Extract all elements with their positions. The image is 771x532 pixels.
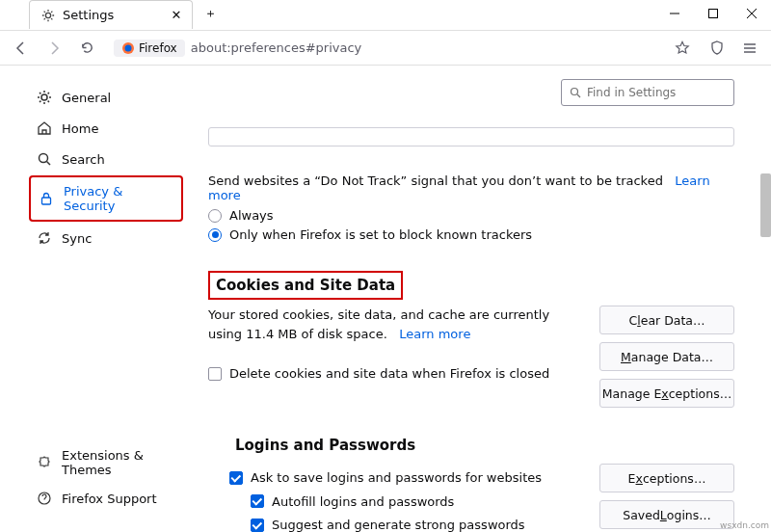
menu-button[interactable] [736, 35, 763, 62]
sidebar-item-label: Extensions & Themes [62, 448, 175, 477]
sidebar-item-general[interactable]: General [29, 83, 183, 112]
checkbox-label: Ask to save logins and passwords for web… [251, 468, 542, 488]
svg-line-16 [577, 94, 580, 97]
tab-title: Settings [63, 8, 114, 22]
svg-point-11 [40, 154, 48, 163]
url-text: about:preferences#privacy [191, 40, 362, 55]
tab-strip: Settings ✕ ＋ [0, 0, 771, 31]
watermark: wsxdn.com [720, 520, 769, 530]
sync-icon [37, 230, 52, 246]
suggest-passwords-checkbox[interactable]: Suggest and generate strong passwords [251, 516, 571, 532]
sidebar-extensions[interactable]: Extensions & Themes [29, 441, 183, 484]
cookies-description: Your stored cookies, site data, and cach… [208, 307, 549, 341]
close-window-button[interactable] [732, 0, 771, 27]
help-icon [37, 491, 52, 506]
ask-save-logins-checkbox[interactable]: Ask to save logins and passwords for web… [229, 468, 571, 488]
manage-exceptions-button[interactable]: Manage Exceptions… [599, 379, 734, 408]
reload-button[interactable] [73, 35, 100, 62]
svg-point-6 [125, 44, 132, 51]
saved-logins-button[interactable]: Saved Logins… [599, 500, 734, 529]
gear-icon [41, 9, 55, 22]
cookies-learn-more-link[interactable]: Learn more [399, 327, 470, 341]
checkbox-label: Suggest and generate strong passwords [272, 516, 525, 532]
sidebar-item-label: Privacy & Security [64, 184, 173, 213]
minimize-button[interactable] [655, 0, 694, 27]
svg-point-15 [572, 89, 578, 95]
sidebar-item-privacy[interactable]: Privacy & Security [29, 175, 183, 222]
autofill-logins-checkbox[interactable]: Autofill logins and passwords [251, 492, 571, 512]
sidebar-item-search[interactable]: Search [29, 145, 183, 173]
checkbox-icon [251, 494, 264, 508]
lock-icon [39, 191, 54, 206]
radio-icon [208, 228, 222, 242]
dnt-always-radio[interactable]: Always [208, 208, 734, 223]
maximize-button[interactable] [694, 0, 732, 27]
checkbox-label: Delete cookies and site data when Firefo… [229, 364, 549, 384]
svg-line-12 [47, 162, 51, 166]
sidebar-item-label: Firefox Support [62, 492, 157, 506]
gear-icon [37, 90, 52, 105]
toolbar: Firefox about:preferences#privacy [0, 31, 771, 66]
search-icon [37, 151, 52, 167]
text-input[interactable] [208, 127, 734, 146]
delete-on-close-checkbox[interactable]: Delete cookies and site data when Firefo… [208, 364, 571, 384]
logins-exceptions-button[interactable]: Exceptions… [599, 464, 734, 492]
scrollbar-thumb[interactable] [760, 173, 771, 237]
svg-rect-13 [42, 198, 51, 204]
sidebar-item-sync[interactable]: Sync [29, 224, 183, 253]
sidebar-item-home[interactable]: Home [29, 114, 183, 143]
shield-icon[interactable] [704, 35, 731, 62]
search-placeholder: Find in Settings [587, 86, 676, 99]
tab-settings[interactable]: Settings ✕ [29, 0, 193, 29]
sidebar-item-label: General [62, 91, 111, 105]
svg-rect-2 [709, 10, 718, 18]
bookmark-star-icon[interactable] [675, 40, 690, 56]
settings-sidebar: General Home Search Privacy & Security S… [0, 66, 193, 532]
radio-label: Always [229, 208, 274, 223]
sidebar-support[interactable]: Firefox Support [29, 484, 183, 513]
url-pill-label: Firefox [139, 41, 177, 55]
checkbox-label: Autofill logins and passwords [272, 492, 454, 512]
main-panel: Find in Settings Send websites a “Do Not… [193, 66, 771, 532]
url-bar[interactable]: Firefox about:preferences#privacy [114, 35, 690, 62]
sidebar-item-label: Sync [62, 231, 92, 246]
close-tab-icon[interactable]: ✕ [169, 8, 184, 22]
puzzle-icon [37, 455, 52, 470]
logins-section-title: Logins and Passwords [229, 433, 421, 458]
radio-icon [208, 209, 222, 223]
checkbox-icon [251, 519, 264, 532]
svg-point-10 [41, 94, 47, 100]
checkbox-icon [229, 471, 243, 485]
content-area: General Home Search Privacy & Security S… [0, 66, 771, 532]
svg-point-0 [45, 13, 50, 17]
clear-data-button[interactable]: Clear Data… [599, 306, 734, 334]
back-button[interactable] [8, 35, 35, 62]
search-icon [570, 87, 581, 98]
sidebar-item-label: Home [62, 121, 98, 136]
find-in-settings-input[interactable]: Find in Settings [561, 79, 734, 106]
home-icon [37, 120, 52, 136]
new-tab-button[interactable]: ＋ [197, 0, 224, 27]
firefox-pill: Firefox [114, 40, 185, 57]
firefox-icon [121, 41, 135, 55]
manage-data-button[interactable]: Manage Data… [599, 342, 734, 371]
sidebar-item-label: Search [62, 152, 105, 167]
radio-label: Only when Firefox is set to block known … [229, 227, 532, 242]
checkbox-icon [208, 367, 222, 381]
dnt-only-blocking-radio[interactable]: Only when Firefox is set to block known … [208, 227, 734, 242]
cookies-section-title: Cookies and Site Data [208, 271, 403, 300]
dnt-description: Send websites a “Do Not Track” signal th… [208, 173, 734, 202]
forward-button[interactable] [40, 35, 67, 62]
